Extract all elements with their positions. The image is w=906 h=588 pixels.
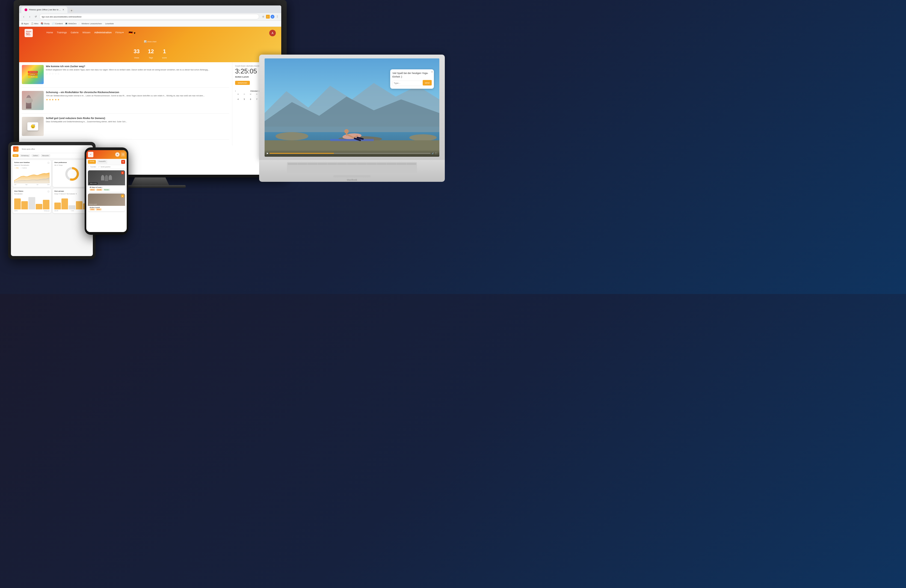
area-chart-users <box>14 169 49 183</box>
fullscreen-icon[interactable]: ⛶ <box>435 152 437 154</box>
article-stars-1[interactable]: ☆ ☆ ☆ ☆ ☆ <box>46 72 209 75</box>
bar-1 <box>14 198 21 209</box>
cal-header-m2: M <box>248 93 254 95</box>
chat-send-button[interactable]: send <box>423 80 432 86</box>
group-bar-1 <box>54 202 61 209</box>
cal-day-4[interactable]: 4 <box>235 98 241 100</box>
bar-chart-groups <box>54 196 89 209</box>
bookmark-star[interactable]: ☆ <box>261 15 265 19</box>
tag-hufte[interactable]: Hüfte <box>89 208 95 210</box>
browser-tab-active[interactable]: Fitness goes Office | we like to ... × <box>21 6 67 13</box>
cal-day-6[interactable]: 6 <box>248 98 254 100</box>
browser-toolbar: ‹ › ↺ fgo-vue-dev.azurewebsites.net/news… <box>19 13 281 21</box>
tag-gesaess[interactable]: Gesäß <box>96 189 102 191</box>
cal-prev-btn[interactable]: ‹ <box>235 90 236 92</box>
nav-firma[interactable]: Firma ▾ <box>115 31 124 35</box>
article-stars-2[interactable]: ★ ★ ★ ★ ★ <box>46 98 204 101</box>
bookmark-webdev[interactable]: 💻 WebDev <box>65 22 77 25</box>
tag-beine[interactable]: Beine <box>89 189 95 191</box>
extension-btn-1[interactable]: t <box>266 15 270 19</box>
stat-views: 33 Views <box>134 48 140 59</box>
bookmark-leseliste[interactable]: Leseliste <box>105 22 114 25</box>
group-label-1: 18.2% <box>54 210 58 212</box>
chart-x-label-2: Apr <box>26 184 27 185</box>
stat-tage: 12 Tage <box>148 48 154 59</box>
article-content-3: Schlaf gut! (und reduziere Dein Risiko f… <box>46 117 127 136</box>
bookmark-miro[interactable]: 📋 Miro <box>31 22 38 25</box>
menu-btn[interactable]: ⋮ <box>275 15 279 19</box>
tag-beine-2[interactable]: Beine <box>96 208 102 210</box>
phone-filter-btn[interactable]: ⊞ <box>121 160 125 164</box>
tab-besuche[interactable]: Besuche <box>41 154 50 157</box>
trackpad[interactable] <box>333 175 370 177</box>
address-bar[interactable]: fgo-vue-dev.azurewebsites.net/newsfeed <box>39 14 259 19</box>
phone-user-avatar[interactable]: A <box>115 152 120 157</box>
show-chart-label[interactable]: 📊 show chart <box>19 39 281 44</box>
chart-x-label-1: Jan <box>14 184 16 185</box>
cal-header-d1: D <box>241 93 247 95</box>
tab-zahlen[interactable]: Zahlen <box>31 154 40 157</box>
donut-chart <box>65 167 79 181</box>
video2-play-overlay[interactable]: ▶ <box>121 194 124 198</box>
tablet-tabs: Info Einladung Zahlen Besuche <box>11 153 93 158</box>
video-play-overlay[interactable]: ▶ <box>121 171 124 174</box>
browser-tabs: Fitness goes Office | we like to ... × + <box>19 5 281 13</box>
new-tab-btn[interactable]: + <box>69 8 74 13</box>
status-label-2: Going up <box>44 210 49 212</box>
info-icon-3[interactable]: ⓘ <box>48 190 49 193</box>
video-progress-bar[interactable] <box>270 153 431 154</box>
bar-3 <box>29 197 35 209</box>
chat-close-btn[interactable]: × <box>431 70 433 73</box>
phone-video-card-2: Active Lunch ▶ Active Lunch Hüfte Beine <box>88 194 125 211</box>
back-button[interactable]: ‹ <box>21 14 26 19</box>
phone-menu-btn[interactable]: ☰ <box>121 152 125 157</box>
video-date-1: 2022.10.05 <box>89 182 97 185</box>
bookmark-apps[interactable]: ⊞ Apps <box>21 22 29 25</box>
refresh-button[interactable]: ↺ <box>33 14 38 19</box>
chart-x-label-3: Jul <box>37 184 38 185</box>
volume-icon[interactable]: 🔊 <box>432 152 434 155</box>
tab-info[interactable]: Info <box>13 154 19 157</box>
cal-day-5[interactable]: 5 <box>241 98 247 100</box>
nav-galerie[interactable]: Galerie <box>71 31 79 35</box>
filter-favoriten[interactable]: Favoriten <box>90 166 96 167</box>
video-controls: ▶ 🔊 ⛶ <box>265 150 439 157</box>
phone-tags-2: Hüfte Beine <box>89 208 123 210</box>
nav-home[interactable]: Home <box>46 31 53 35</box>
bookmark-study[interactable]: 📚 Study <box>41 22 50 25</box>
phone-nav-sonnig[interactable]: Sonnig <box>88 160 96 164</box>
article-card-3: 😴 Schlaf gut! (und reduziere Dein Risiko… <box>22 117 230 140</box>
user-avatar[interactable]: A <box>269 30 276 36</box>
tab-einladung[interactable]: Einladung <box>20 154 30 157</box>
group-label-2: 7.2% <box>71 210 74 212</box>
register-button[interactable]: teilnehmen <box>235 81 250 85</box>
forward-button[interactable]: › <box>27 14 32 19</box>
nav-trainings[interactable]: Trainings <box>57 31 67 35</box>
nav-administration[interactable]: Administration <box>94 31 112 35</box>
play-icon[interactable]: ▶ <box>267 152 268 155</box>
profile-btn[interactable]: A <box>271 15 274 19</box>
tag-ruecken[interactable]: Rücken <box>103 189 110 191</box>
tab-close-btn[interactable]: × <box>62 8 64 11</box>
area-chart-svg <box>14 169 49 183</box>
tab-favicon <box>25 8 27 11</box>
cal-header-m: M <box>235 93 241 95</box>
info-icon-1[interactable]: ⓘ <box>48 162 49 164</box>
chart-x-label-4: Oct <box>47 184 49 185</box>
phone-header: fo A ☰ <box>86 150 127 159</box>
svg-point-4 <box>276 132 308 140</box>
nav-wissen[interactable]: Wissen <box>83 31 91 35</box>
phone-nav-freizeit[interactable]: Freizeit/Fit <box>97 160 107 164</box>
bar-chart-status <box>14 196 49 209</box>
cal-day-empty-2 <box>241 95 247 98</box>
bookmark-content[interactable]: 📄 Content <box>52 22 63 25</box>
tablet-header: fo fitness goes office <box>11 145 93 153</box>
article-img-back <box>22 91 44 110</box>
filter-gesehen[interactable]: bereits gesehen <box>101 166 111 167</box>
chart-active-user-timeline: Active user timeline ⓘ Interval ▼ Normal… <box>13 160 51 187</box>
phone-nav-btns: Sonnig Freizeit/Fit ⊞ <box>86 159 127 165</box>
phone-video-info-2: Active Lunch Hüfte Beine <box>88 206 125 211</box>
status-label-1: 100% <box>14 210 18 212</box>
yoga-video: × Viel Spaß bei der heutigen Yoga-Einhei… <box>265 58 439 157</box>
bookmark-weitere[interactable]: Weitere Lesezeichen <box>81 22 102 25</box>
